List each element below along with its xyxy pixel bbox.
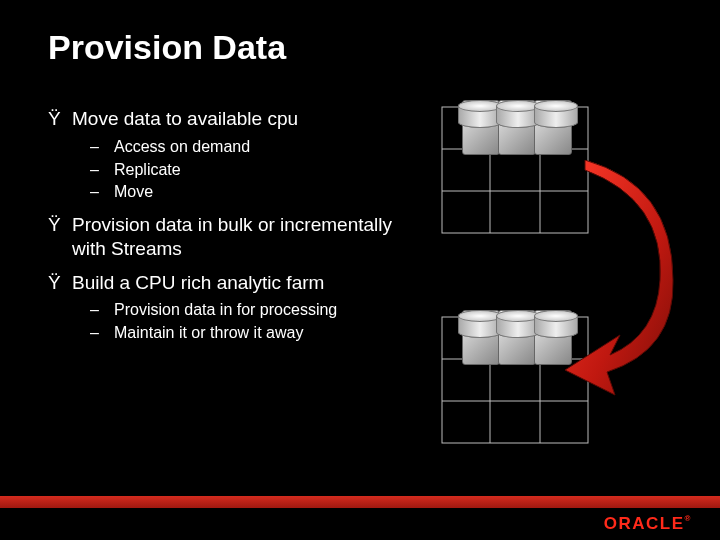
text-column: Ÿ Move data to available cpu – Access on…: [48, 97, 408, 346]
slide-title: Provision Data: [0, 0, 720, 67]
bullet-list: Ÿ Move data to available cpu – Access on…: [48, 107, 408, 344]
bullet-text: Maintain it or throw it away: [114, 323, 303, 344]
bullet-marker: Ÿ: [48, 271, 72, 295]
bullet-lvl2: – Provision data in for processing: [90, 300, 408, 321]
bullet-marker: –: [90, 300, 114, 321]
logo-text: ORACLE: [604, 514, 685, 533]
bullet-lvl1: Ÿ Provision data in bulk or incrementall…: [48, 213, 408, 261]
graphic-column: [420, 100, 690, 480]
bullet-lvl2: – Replicate: [90, 160, 408, 181]
bullet-text: Move data to available cpu: [72, 107, 298, 131]
oracle-logo: ORACLE®: [604, 514, 692, 534]
footer-red-bar: [0, 496, 720, 508]
bullet-lvl1: Ÿ Build a CPU rich analytic farm: [48, 271, 408, 295]
bullet-marker: –: [90, 323, 114, 344]
bullet-marker: –: [90, 182, 114, 203]
bullet-text: Access on demand: [114, 137, 250, 158]
bullet-marker: Ÿ: [48, 107, 72, 131]
bullet-text: Replicate: [114, 160, 181, 181]
bullet-lvl2: – Maintain it or throw it away: [90, 323, 408, 344]
bullet-text: Build a CPU rich analytic farm: [72, 271, 324, 295]
logo-registered: ®: [685, 514, 692, 523]
bullet-marker: Ÿ: [48, 213, 72, 261]
database-icon: [534, 100, 578, 130]
bullet-marker: –: [90, 137, 114, 158]
footer: ORACLE®: [0, 496, 720, 540]
bullet-lvl2: – Move: [90, 182, 408, 203]
bullet-marker: –: [90, 160, 114, 181]
bullet-lvl1: Ÿ Move data to available cpu: [48, 107, 408, 131]
bullet-text: Provision data in bulk or incrementally …: [72, 213, 408, 261]
bullet-text: Provision data in for processing: [114, 300, 337, 321]
footer-black-bar: ORACLE®: [0, 508, 720, 540]
slide: Provision Data Ÿ Move data to available …: [0, 0, 720, 540]
bullet-lvl2: – Access on demand: [90, 137, 408, 158]
arrow-icon: [565, 160, 675, 400]
bullet-text: Move: [114, 182, 153, 203]
